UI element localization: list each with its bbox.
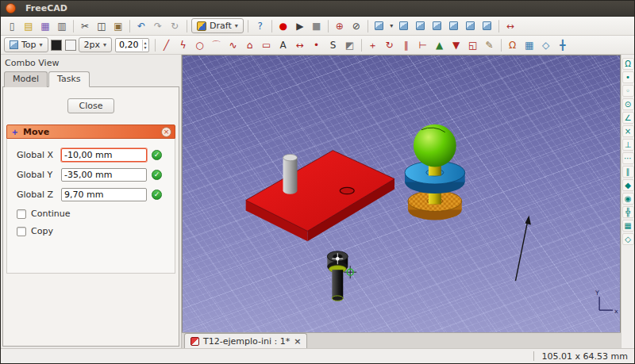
axis-y-label: Y xyxy=(595,289,599,297)
view-draw-style-button[interactable]: ⊘ xyxy=(348,18,364,34)
line-color-swatch[interactable] xyxy=(51,40,62,51)
toggle-ortho-button[interactable]: ╋ xyxy=(555,37,571,53)
workbench-selector[interactable]: Draft ▾ xyxy=(191,18,244,33)
open-document-button[interactable]: ▤ xyxy=(21,18,37,34)
snap-special-toggle[interactable]: ◆ xyxy=(622,179,634,191)
statusbar: 105.01 x 64.53 mm xyxy=(1,348,634,363)
snap-lock-toggle[interactable]: Ω xyxy=(622,58,634,70)
view-right-button[interactable] xyxy=(429,18,445,34)
view-top-button[interactable] xyxy=(413,18,429,34)
snap-near-toggle[interactable]: ◉ xyxy=(622,193,634,205)
tab-model[interactable]: Model xyxy=(4,71,48,87)
snap-grid-toggle[interactable]: ▦ xyxy=(622,220,634,232)
draft-upgrade-button[interactable]: ▲ xyxy=(432,37,448,53)
redo-button[interactable]: ↷ xyxy=(150,18,166,34)
titlebar[interactable]: FreeCAD xyxy=(1,1,634,17)
copy-button[interactable]: ◫ xyxy=(94,18,110,34)
snap-midpoint-toggle[interactable]: ◦ xyxy=(622,85,634,97)
draft-facebinder-button[interactable]: ◩ xyxy=(342,37,358,53)
draft-dimension-button[interactable]: ↔ xyxy=(292,37,308,53)
draft-polygon-button[interactable]: ⌂ xyxy=(242,37,258,53)
task-close-button[interactable]: Close xyxy=(67,98,115,113)
continue-checkbox[interactable]: Continue xyxy=(7,209,175,219)
document-tabbar: T12-ejemplo-ini : 1* × xyxy=(182,332,621,348)
draft-arc-button[interactable]: ⌒ xyxy=(209,37,225,53)
tab-close-icon[interactable]: × xyxy=(294,336,301,347)
checkbox[interactable] xyxy=(17,227,26,236)
snap-extension-toggle[interactable]: ⋯ xyxy=(622,152,634,164)
document-tab[interactable]: T12-ejemplo-ini : 1* × xyxy=(184,333,307,348)
gray-pin-cylinder[interactable] xyxy=(283,154,298,193)
draft-scale-button[interactable]: ◱ xyxy=(465,37,481,53)
snap-parallel-toggle[interactable]: ∥ xyxy=(622,166,634,178)
draft-shapestring-button[interactable]: S xyxy=(325,37,341,53)
plate-hole xyxy=(340,187,354,193)
snap-distance-spinner[interactable]: 0,20 ▴ ▾ xyxy=(115,38,149,52)
view-bottom-button[interactable] xyxy=(463,18,479,34)
view-rear-button[interactable] xyxy=(446,18,462,34)
view-fit-all-button[interactable]: ⊕ xyxy=(332,18,348,34)
plane-cube-icon xyxy=(10,40,18,49)
green-sphere[interactable] xyxy=(414,125,456,167)
3d-viewport[interactable]: Y x xyxy=(182,55,621,332)
draft-polyline-button[interactable]: ϟ xyxy=(175,37,191,53)
draft-move-button[interactable]: ＋ xyxy=(365,37,381,53)
undo-button[interactable]: ↶ xyxy=(133,18,149,34)
spinner-arrows[interactable]: ▴ ▾ xyxy=(142,40,148,51)
red-plate[interactable] xyxy=(246,151,394,242)
working-plane-selector[interactable]: Top ▾ xyxy=(4,37,48,52)
draft-edit-button[interactable]: ✎ xyxy=(482,37,498,53)
statusbar-separator xyxy=(533,351,534,361)
draft-bspline-button[interactable]: ∿ xyxy=(225,37,241,53)
refresh-button[interactable]: ↻ xyxy=(167,18,183,34)
snap-ortho-toggle[interactable]: ╬ xyxy=(622,206,634,218)
draft-circle-button[interactable]: ○ xyxy=(192,37,208,53)
view-front-button[interactable] xyxy=(396,18,412,34)
view-left-button[interactable] xyxy=(479,18,495,34)
new-document-button[interactable]: ▯ xyxy=(4,18,20,34)
save-document-button[interactable]: ▦ xyxy=(37,18,53,34)
draft-rotate-button[interactable]: ↻ xyxy=(382,37,398,53)
line-width-selector[interactable]: 2px ▾ xyxy=(79,37,113,52)
snap-angle-toggle[interactable]: ∠ xyxy=(622,112,634,124)
whatsthis-button[interactable]: ? xyxy=(252,18,268,34)
macro-stop-button[interactable]: ■ xyxy=(309,18,325,34)
snap-center-toggle[interactable]: ⊙ xyxy=(622,98,634,110)
draft-text-button[interactable]: A xyxy=(275,37,291,53)
snap-lock-button[interactable]: Ω xyxy=(505,37,521,53)
spin-down-icon[interactable]: ▾ xyxy=(144,45,147,50)
field-input[interactable]: -10,00 mm xyxy=(61,148,147,162)
draft-offset-button[interactable]: ∥ xyxy=(398,37,414,53)
macro-record-button[interactable]: ● xyxy=(275,18,291,34)
window-close-button[interactable] xyxy=(6,3,16,13)
draft-point-button[interactable]: • xyxy=(309,37,325,53)
snap-intersection-toggle[interactable]: × xyxy=(622,125,634,137)
paste-button[interactable]: ▣ xyxy=(110,18,126,34)
direction-arrow[interactable] xyxy=(515,215,530,281)
draft-workbench-icon xyxy=(197,21,206,31)
copy-checkbox[interactable]: Copy xyxy=(7,226,175,236)
toggle-grid-button[interactable]: ▦ xyxy=(521,37,537,53)
field-input[interactable]: -35,00 mm xyxy=(61,168,147,182)
macro-execute-button[interactable]: ▶ xyxy=(292,18,308,34)
draft-downgrade-button[interactable]: ▼ xyxy=(448,37,464,53)
draft-trimex-button[interactable]: ⊢ xyxy=(415,37,431,53)
snap-endpoint-toggle[interactable]: • xyxy=(622,71,634,83)
checkbox[interactable] xyxy=(17,209,26,219)
draft-line-button[interactable]: ╱ xyxy=(159,37,175,53)
measure-distance-button[interactable]: ↔ xyxy=(502,18,518,34)
snap-icon: ∠ xyxy=(625,114,632,122)
draft-rectangle-button[interactable]: ▭ xyxy=(259,37,275,53)
cut-button[interactable]: ✂ xyxy=(77,18,93,34)
face-color-swatch[interactable] xyxy=(65,40,76,51)
view-isometric-button[interactable] xyxy=(371,18,387,34)
print-button[interactable]: ▥ xyxy=(54,18,70,34)
field-input[interactable]: 9,70 mm xyxy=(61,188,147,201)
snap-perpendicular-toggle[interactable]: ⊥ xyxy=(622,139,634,151)
task-header-close-icon[interactable]: × xyxy=(161,127,171,137)
toolbar-icon: A xyxy=(280,40,287,50)
snap-working-plane-toggle[interactable]: ◇ xyxy=(622,233,634,245)
tab-tasks[interactable]: Tasks xyxy=(48,71,89,87)
working-plane-button[interactable]: ◇ xyxy=(538,37,554,53)
view-menu-arrow[interactable]: ▾ xyxy=(388,18,395,34)
